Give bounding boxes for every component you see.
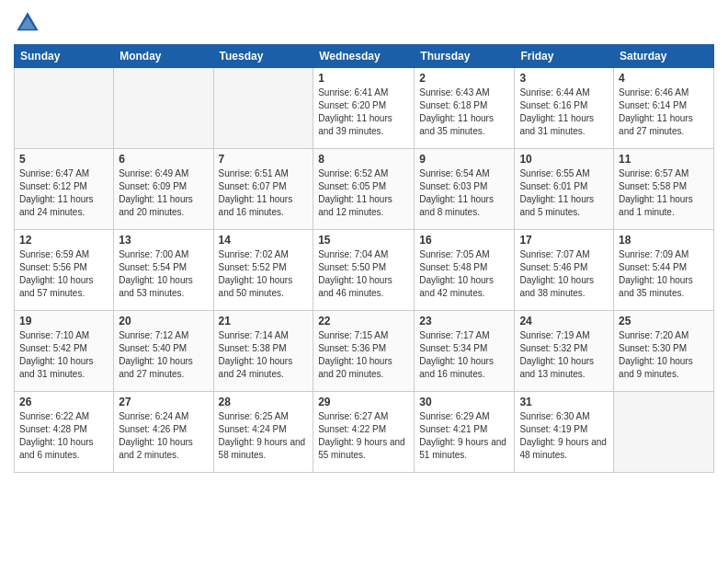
weekday-header: Tuesday bbox=[213, 45, 313, 68]
weekday-header: Friday bbox=[515, 45, 614, 68]
weekday-header: Wednesday bbox=[313, 45, 415, 68]
day-info: Sunrise: 6:43 AMSunset: 6:18 PMDaylight:… bbox=[419, 86, 509, 138]
day-number: 7 bbox=[219, 153, 309, 166]
day-number: 25 bbox=[619, 315, 709, 327]
day-cell: 22Sunrise: 7:15 AMSunset: 5:36 PMDayligh… bbox=[313, 311, 415, 392]
day-info: Sunrise: 6:44 AMSunset: 6:16 PMDaylight:… bbox=[519, 86, 609, 138]
day-cell: 8Sunrise: 6:52 AMSunset: 6:05 PMDaylight… bbox=[313, 149, 415, 230]
day-info: Sunrise: 7:15 AMSunset: 5:36 PMDaylight:… bbox=[318, 329, 409, 381]
day-info: Sunrise: 7:17 AMSunset: 5:34 PMDaylight:… bbox=[419, 329, 509, 381]
day-number: 8 bbox=[318, 153, 409, 166]
day-cell: 14Sunrise: 7:02 AMSunset: 5:52 PMDayligh… bbox=[213, 230, 313, 311]
day-info: Sunrise: 6:54 AMSunset: 6:03 PMDaylight:… bbox=[419, 167, 509, 219]
day-cell: 3Sunrise: 6:44 AMSunset: 6:16 PMDaylight… bbox=[515, 68, 614, 149]
day-cell: 10Sunrise: 6:55 AMSunset: 6:01 PMDayligh… bbox=[515, 149, 614, 230]
day-info: Sunrise: 7:10 AMSunset: 5:42 PMDaylight:… bbox=[19, 329, 108, 381]
day-number: 10 bbox=[519, 153, 609, 166]
day-number: 6 bbox=[119, 153, 208, 166]
day-info: Sunrise: 7:20 AMSunset: 5:30 PMDaylight:… bbox=[619, 329, 709, 381]
day-number: 19 bbox=[19, 315, 108, 327]
day-info: Sunrise: 6:30 AMSunset: 4:19 PMDaylight:… bbox=[519, 410, 609, 462]
weekday-header: Thursday bbox=[415, 45, 515, 68]
day-cell: 16Sunrise: 7:05 AMSunset: 5:48 PMDayligh… bbox=[415, 230, 515, 311]
day-number: 22 bbox=[318, 315, 409, 327]
day-cell: 2Sunrise: 6:43 AMSunset: 6:18 PMDaylight… bbox=[415, 68, 515, 149]
day-cell: 17Sunrise: 7:07 AMSunset: 5:46 PMDayligh… bbox=[515, 230, 614, 311]
day-info: Sunrise: 7:07 AMSunset: 5:46 PMDaylight:… bbox=[519, 248, 609, 300]
day-info: Sunrise: 6:47 AMSunset: 6:12 PMDaylight:… bbox=[19, 167, 108, 219]
day-cell: 25Sunrise: 7:20 AMSunset: 5:30 PMDayligh… bbox=[614, 311, 714, 392]
day-cell bbox=[114, 68, 213, 149]
day-cell: 13Sunrise: 7:00 AMSunset: 5:54 PMDayligh… bbox=[114, 230, 213, 311]
day-number: 23 bbox=[419, 315, 509, 327]
weekday-header-row: SundayMondayTuesdayWednesdayThursdayFrid… bbox=[15, 45, 714, 68]
day-cell: 7Sunrise: 6:51 AMSunset: 6:07 PMDaylight… bbox=[213, 149, 313, 230]
day-cell bbox=[614, 392, 714, 473]
day-cell: 27Sunrise: 6:24 AMSunset: 4:26 PMDayligh… bbox=[114, 392, 213, 473]
day-cell: 18Sunrise: 7:09 AMSunset: 5:44 PMDayligh… bbox=[614, 230, 714, 311]
day-cell: 26Sunrise: 6:22 AMSunset: 4:28 PMDayligh… bbox=[15, 392, 114, 473]
day-info: Sunrise: 6:41 AMSunset: 6:20 PMDaylight:… bbox=[318, 86, 409, 138]
weekday-header: Sunday bbox=[15, 45, 114, 68]
day-cell: 24Sunrise: 7:19 AMSunset: 5:32 PMDayligh… bbox=[515, 311, 614, 392]
day-info: Sunrise: 6:27 AMSunset: 4:22 PMDaylight:… bbox=[318, 410, 409, 462]
day-info: Sunrise: 7:05 AMSunset: 5:48 PMDaylight:… bbox=[419, 248, 509, 300]
day-number: 20 bbox=[119, 315, 208, 327]
weekday-header: Saturday bbox=[614, 45, 714, 68]
week-row: 26Sunrise: 6:22 AMSunset: 4:28 PMDayligh… bbox=[15, 392, 714, 473]
day-cell: 4Sunrise: 6:46 AMSunset: 6:14 PMDaylight… bbox=[614, 68, 714, 149]
day-number: 15 bbox=[318, 234, 409, 247]
logo-icon bbox=[14, 9, 41, 37]
day-cell: 20Sunrise: 7:12 AMSunset: 5:40 PMDayligh… bbox=[114, 311, 213, 392]
week-row: 19Sunrise: 7:10 AMSunset: 5:42 PMDayligh… bbox=[15, 311, 714, 392]
day-number: 29 bbox=[318, 396, 409, 408]
day-info: Sunrise: 7:04 AMSunset: 5:50 PMDaylight:… bbox=[318, 248, 409, 300]
day-number: 3 bbox=[519, 72, 609, 85]
day-cell: 9Sunrise: 6:54 AMSunset: 6:03 PMDaylight… bbox=[415, 149, 515, 230]
day-info: Sunrise: 6:55 AMSunset: 6:01 PMDaylight:… bbox=[519, 167, 609, 219]
day-number: 18 bbox=[619, 234, 709, 247]
day-cell bbox=[15, 68, 114, 149]
day-info: Sunrise: 6:46 AMSunset: 6:14 PMDaylight:… bbox=[619, 86, 709, 138]
weekday-header: Monday bbox=[114, 45, 213, 68]
day-cell: 21Sunrise: 7:14 AMSunset: 5:38 PMDayligh… bbox=[213, 311, 313, 392]
day-number: 28 bbox=[219, 396, 309, 408]
day-number: 16 bbox=[419, 234, 509, 247]
day-number: 12 bbox=[19, 234, 108, 247]
day-cell: 29Sunrise: 6:27 AMSunset: 4:22 PMDayligh… bbox=[313, 392, 415, 473]
day-number: 24 bbox=[519, 315, 609, 327]
day-cell: 19Sunrise: 7:10 AMSunset: 5:42 PMDayligh… bbox=[15, 311, 114, 392]
logo bbox=[14, 9, 45, 37]
day-info: Sunrise: 6:49 AMSunset: 6:09 PMDaylight:… bbox=[119, 167, 208, 219]
day-number: 4 bbox=[619, 72, 709, 85]
day-info: Sunrise: 7:00 AMSunset: 5:54 PMDaylight:… bbox=[119, 248, 208, 300]
day-info: Sunrise: 7:12 AMSunset: 5:40 PMDaylight:… bbox=[119, 329, 208, 381]
day-info: Sunrise: 6:51 AMSunset: 6:07 PMDaylight:… bbox=[219, 167, 309, 219]
calendar-table: SundayMondayTuesdayWednesdayThursdayFrid… bbox=[14, 44, 714, 473]
day-number: 9 bbox=[419, 153, 509, 166]
day-number: 1 bbox=[318, 72, 409, 85]
day-cell: 31Sunrise: 6:30 AMSunset: 4:19 PMDayligh… bbox=[515, 392, 614, 473]
day-number: 27 bbox=[119, 396, 208, 408]
day-cell bbox=[213, 68, 313, 149]
day-info: Sunrise: 6:24 AMSunset: 4:26 PMDaylight:… bbox=[119, 410, 208, 462]
day-cell: 5Sunrise: 6:47 AMSunset: 6:12 PMDaylight… bbox=[15, 149, 114, 230]
day-number: 30 bbox=[419, 396, 509, 408]
week-row: 1Sunrise: 6:41 AMSunset: 6:20 PMDaylight… bbox=[15, 68, 714, 149]
week-row: 12Sunrise: 6:59 AMSunset: 5:56 PMDayligh… bbox=[15, 230, 714, 311]
day-cell: 1Sunrise: 6:41 AMSunset: 6:20 PMDaylight… bbox=[313, 68, 415, 149]
day-info: Sunrise: 6:52 AMSunset: 6:05 PMDaylight:… bbox=[318, 167, 409, 219]
day-number: 26 bbox=[19, 396, 108, 408]
day-cell: 28Sunrise: 6:25 AMSunset: 4:24 PMDayligh… bbox=[213, 392, 313, 473]
day-number: 5 bbox=[19, 153, 108, 166]
day-number: 2 bbox=[419, 72, 509, 85]
day-cell: 6Sunrise: 6:49 AMSunset: 6:09 PMDaylight… bbox=[114, 149, 213, 230]
day-info: Sunrise: 6:22 AMSunset: 4:28 PMDaylight:… bbox=[19, 410, 108, 462]
day-info: Sunrise: 6:59 AMSunset: 5:56 PMDaylight:… bbox=[19, 248, 108, 300]
day-number: 31 bbox=[519, 396, 609, 408]
day-number: 13 bbox=[119, 234, 208, 247]
day-info: Sunrise: 6:29 AMSunset: 4:21 PMDaylight:… bbox=[419, 410, 509, 462]
day-number: 17 bbox=[519, 234, 609, 247]
page-container: SundayMondayTuesdayWednesdayThursdayFrid… bbox=[0, 0, 728, 482]
day-info: Sunrise: 7:14 AMSunset: 5:38 PMDaylight:… bbox=[219, 329, 309, 381]
